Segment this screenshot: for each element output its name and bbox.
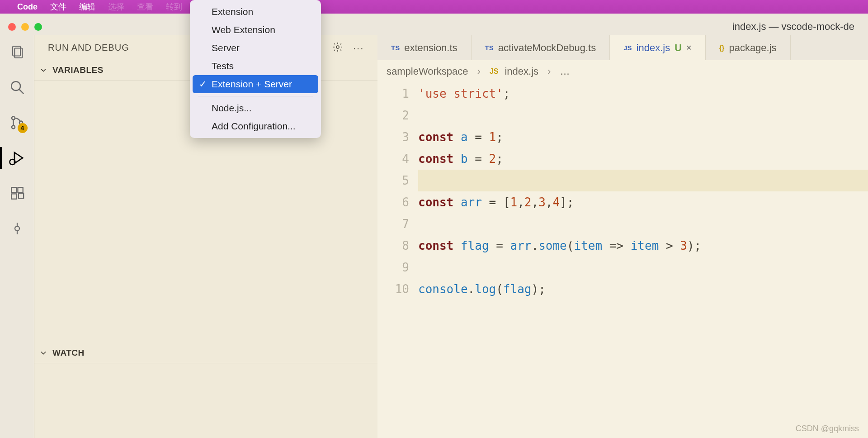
debug-config-option[interactable]: Web Extension (190, 21, 321, 39)
file-type-icon: TS (485, 44, 494, 52)
crumb-separator-icon (475, 66, 483, 77)
code-editor[interactable]: 12345678910 'use strict'; const a = 1;co… (377, 83, 868, 300)
menubar-app[interactable]: Code (17, 2, 38, 12)
debug-config-option[interactable]: Extension + Server (193, 75, 318, 93)
menubar-selection[interactable]: 选择 (108, 1, 124, 12)
chevron-down-icon (39, 348, 48, 357)
menubar-go[interactable]: 转到 (166, 1, 182, 12)
debug-config-menu[interactable]: ExtensionWeb ExtensionServerTestsExtensi… (190, 0, 321, 138)
source-control-icon[interactable]: 4 (9, 114, 26, 131)
watermark: CSDN @gqkmiss (796, 424, 859, 433)
editor-tab[interactable]: TSactivateMockDebug.ts (472, 35, 610, 60)
svg-point-4 (11, 117, 14, 120)
workbench: 4 RUN AND DEBUG ··· (0, 35, 868, 438)
svg-rect-11 (11, 194, 16, 199)
code-line[interactable]: console.log(flag); (418, 278, 868, 300)
svg-point-2 (11, 81, 20, 90)
sidebar-title: RUN AND DEBUG (48, 43, 129, 53)
code-line[interactable] (418, 170, 868, 191)
code-line[interactable]: const flag = arr.some(item => item > 3); (418, 235, 868, 257)
menubar-file[interactable]: 文件 (50, 1, 66, 12)
settings-gear-icon[interactable] (332, 42, 343, 54)
file-type-icon: {} (719, 44, 725, 52)
debug-config-option[interactable]: Add Configuration... (190, 117, 321, 135)
editor-area: TSextension.tsTSactivateMockDebug.tsJSin… (377, 35, 868, 438)
scm-badge: 4 (18, 123, 28, 133)
editor-tab[interactable]: TSextension.ts (377, 35, 472, 60)
system-menubar: Code 文件 编辑 选择 查看 转到 运行 终端 窗口 帮助 (0, 0, 868, 14)
tab-filename: extension.ts (404, 42, 457, 54)
menubar-edit[interactable]: 编辑 (79, 1, 95, 12)
line-number: 7 (377, 213, 409, 235)
debug-config-option[interactable]: Node.js... (190, 99, 321, 117)
crumb-separator-icon (545, 66, 553, 77)
debug-config-option[interactable]: Extension (190, 3, 321, 21)
line-number: 6 (377, 191, 409, 213)
crumb-folder[interactable]: sampleWorkspace (387, 66, 468, 77)
window-controls (8, 23, 42, 31)
code-line[interactable] (418, 257, 868, 278)
watch-body (34, 363, 377, 438)
tab-filename: activateMockDebug.ts (498, 42, 596, 54)
debug-config-option[interactable]: Tests (190, 57, 321, 75)
js-file-icon: JS (490, 67, 499, 76)
maximize-window-button[interactable] (34, 23, 42, 31)
svg-rect-9 (11, 187, 16, 192)
svg-rect-10 (18, 187, 23, 192)
extensions-icon[interactable] (9, 185, 26, 202)
debug-config-option[interactable]: Server (190, 39, 321, 57)
line-number: 8 (377, 235, 409, 257)
modified-indicator: U (675, 42, 682, 54)
editor-tab[interactable]: {}package.js (706, 35, 791, 60)
code-content[interactable]: 'use strict'; const a = 1;const b = 2; c… (418, 83, 868, 300)
menubar-view[interactable]: 查看 (137, 1, 153, 12)
svg-line-3 (19, 89, 24, 94)
code-line[interactable] (418, 105, 868, 126)
window-title: index.js — vscode-mock-de (732, 21, 854, 33)
tab-filename: index.js (637, 42, 670, 54)
line-number: 3 (377, 126, 409, 148)
menu-separator (198, 96, 313, 96)
breadcrumbs[interactable]: sampleWorkspace JS index.js … (377, 60, 868, 83)
watch-section-header[interactable]: WATCH (34, 343, 377, 363)
chevron-down-icon (39, 66, 48, 75)
close-window-button[interactable] (8, 23, 16, 31)
timeline-icon[interactable] (9, 220, 26, 237)
variables-label: VARIABLES (52, 65, 104, 75)
crumb-trail[interactable]: … (560, 66, 570, 77)
line-number: 5 (377, 170, 409, 191)
code-line[interactable]: const b = 2; (418, 148, 868, 170)
svg-point-17 (336, 46, 339, 48)
editor-tab[interactable]: JSindex.jsU× (610, 35, 706, 60)
line-gutter: 12345678910 (377, 83, 418, 300)
close-tab-icon[interactable]: × (686, 43, 692, 53)
window-titlebar: index.js — vscode-mock-de (0, 18, 868, 35)
more-actions-icon[interactable]: ··· (353, 43, 364, 53)
explorer-icon[interactable] (9, 43, 26, 61)
tab-filename: package.js (729, 42, 776, 54)
run-debug-icon[interactable] (9, 149, 26, 167)
line-number: 10 (377, 278, 409, 300)
svg-point-5 (11, 125, 14, 129)
editor-tabs: TSextension.tsTSactivateMockDebug.tsJSin… (377, 35, 868, 60)
svg-point-13 (15, 226, 19, 231)
line-number: 1 (377, 83, 409, 105)
code-line[interactable]: 'use strict'; (418, 83, 868, 105)
line-number: 9 (377, 257, 409, 278)
file-type-icon: JS (623, 44, 632, 52)
search-icon[interactable] (9, 79, 26, 96)
code-line[interactable]: const arr = [1,2,3,4]; (418, 191, 868, 213)
code-line[interactable]: const a = 1; (418, 126, 868, 148)
activity-bar: 4 (0, 35, 34, 438)
svg-rect-12 (18, 193, 23, 198)
code-line[interactable] (418, 213, 868, 235)
watch-label: WATCH (52, 348, 85, 358)
minimize-window-button[interactable] (21, 23, 29, 31)
crumb-file[interactable]: index.js (505, 66, 538, 77)
file-type-icon: TS (391, 44, 400, 52)
line-number: 4 (377, 148, 409, 170)
line-number: 2 (377, 105, 409, 126)
